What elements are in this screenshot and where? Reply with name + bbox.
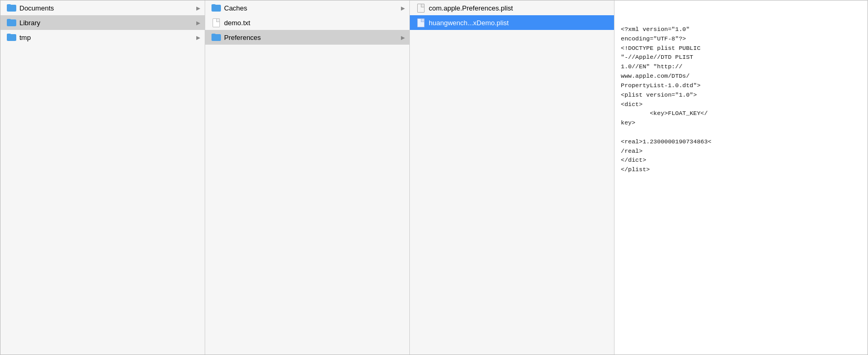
item-label-huangwench-plist: huangwench...xDemo.plist [429, 19, 610, 27]
chevron-documents [196, 5, 200, 11]
item-demo-txt[interactable]: demo.txt [205, 15, 409, 30]
item-preferences[interactable]: Preferences [205, 30, 409, 45]
folder-icon-documents [7, 3, 16, 13]
plist-icon-huangwench [416, 18, 426, 27]
item-label-tmp: tmp [19, 34, 196, 41]
item-com-apple-plist[interactable]: com.apple.Preferences.plist [410, 1, 614, 15]
folder-icon-preferences [211, 33, 221, 42]
folder-icon-caches [211, 3, 221, 13]
item-label-library: Library [19, 19, 196, 27]
folder-icon-tmp [7, 33, 16, 42]
preview-panel: <?xml version="1.0" encoding="UTF-8"?> <… [615, 1, 867, 354]
item-label-preferences: Preferences [224, 34, 401, 41]
file-icon-demo-txt [211, 18, 221, 27]
finder-window: Documents Library tmp [0, 0, 868, 355]
item-label-caches: Caches [224, 4, 401, 12]
plist-icon-com-apple [416, 3, 426, 13]
item-documents[interactable]: Documents [1, 1, 205, 15]
item-label-com-apple-plist: com.apple.Preferences.plist [429, 4, 610, 12]
item-huangwench-plist[interactable]: huangwench...xDemo.plist [410, 15, 614, 30]
chevron-caches [401, 5, 405, 11]
column-2: Caches demo.txt Preferences [205, 1, 410, 354]
column-1: Documents Library tmp [1, 1, 205, 354]
column-3: com.apple.Preferences.plist huangwench..… [410, 1, 615, 354]
preview-text: <?xml version="1.0" encoding="UTF-8"?> <… [621, 25, 861, 174]
chevron-preferences [401, 35, 405, 40]
chevron-tmp [196, 35, 200, 40]
item-library[interactable]: Library [1, 15, 205, 30]
folder-icon-library [7, 18, 16, 27]
item-label-documents: Documents [19, 4, 196, 12]
item-label-demo-txt: demo.txt [224, 19, 405, 27]
item-caches[interactable]: Caches [205, 1, 409, 15]
item-tmp[interactable]: tmp [1, 30, 205, 45]
chevron-library [196, 20, 200, 26]
